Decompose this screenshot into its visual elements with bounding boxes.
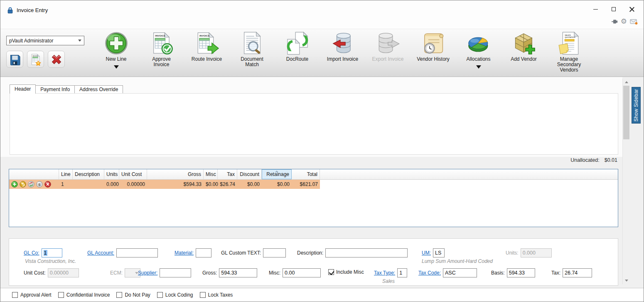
grid-header-units[interactable]: Units [104, 169, 119, 179]
add-vendor-button[interactable]: Add Vendor [501, 30, 546, 73]
grid-header-retainage[interactable]: Retainage [262, 169, 292, 179]
approve-invoice-button[interactable]: INVOICE Approve Invoice [139, 30, 184, 73]
unallocated-label: Unallocated: [570, 157, 600, 163]
tax-type-input[interactable] [397, 268, 407, 277]
lock-coding-checkbox[interactable] [157, 292, 163, 298]
grid-header-description[interactable]: Description [73, 169, 104, 179]
grid-header-line[interactable]: Line [59, 169, 73, 179]
um-link[interactable]: UM: [422, 250, 431, 256]
svg-text:INVOICE: INVOICE [199, 35, 209, 37]
route-invoice-button[interactable]: INVOICE Route Invoice [184, 30, 229, 73]
save-button[interactable] [6, 51, 23, 68]
floppy-disk-icon [9, 53, 21, 66]
tab-header[interactable]: Header [10, 84, 36, 94]
tab-payment-info[interactable]: Payment Info [36, 85, 75, 94]
tab-address-override[interactable]: Address Override [75, 85, 123, 94]
lock-taxes-label: Lock Taxes [208, 292, 233, 298]
tax-input[interactable] [563, 268, 592, 277]
detail-description-input[interactable] [325, 248, 408, 257]
supplier-input[interactable] [160, 268, 191, 277]
cell-line: 1 [59, 181, 73, 187]
grid-header-unit-cost[interactable]: Unit Cost [119, 169, 147, 179]
row-dollar-icon[interactable]: $ [36, 181, 43, 188]
maximize-icon [612, 7, 616, 11]
tax-type-link[interactable]: Tax Type: [374, 270, 395, 276]
gl-co-link[interactable]: GL Co: [24, 250, 39, 256]
grid-header-misc[interactable]: Misc [204, 169, 218, 179]
invoice-check-icon: INVOICE [150, 31, 174, 55]
gl-custom-text-input[interactable] [263, 248, 286, 257]
material-link[interactable]: Material: [175, 250, 194, 256]
new-line-button[interactable]: New Line [93, 30, 139, 73]
grid-header-tax[interactable]: Tax [218, 169, 237, 179]
scrollbar-thumb[interactable] [623, 86, 629, 139]
pin-icon[interactable] [611, 18, 618, 25]
scroll-down-arrow[interactable] [623, 277, 630, 284]
supplier-link[interactable]: Supplier: [138, 270, 157, 276]
allocations-button[interactable]: Allocations [456, 30, 501, 73]
cell-misc: $0.00 [204, 181, 218, 187]
gl-co-input[interactable]: 1 [42, 248, 62, 257]
header-tab-page [10, 93, 618, 155]
grid-header-gross[interactable]: Gross [147, 169, 204, 179]
mail-icon[interactable] [630, 18, 638, 25]
scroll-up-arrow[interactable] [623, 79, 630, 86]
material-input[interactable] [196, 248, 211, 257]
grid-header-filler [320, 169, 618, 179]
database-import-icon [331, 31, 355, 55]
svg-text:INVOICE: INVOICE [32, 55, 37, 57]
cell-discount: $0.00 [237, 181, 262, 187]
close-button[interactable] [623, 3, 641, 15]
row-add-icon[interactable] [11, 181, 18, 188]
gl-co-name-note: Vista Construction, Inc. [25, 258, 76, 264]
approval-alert-checkbox[interactable] [12, 292, 18, 298]
maximize-button[interactable] [605, 3, 623, 15]
gross-input[interactable] [219, 268, 257, 277]
triangle-up-icon [625, 81, 628, 83]
tax-code-link[interactable]: Tax Code: [418, 270, 441, 276]
um-input[interactable] [433, 248, 445, 257]
gl-account-link[interactable]: GL Account: [87, 250, 114, 256]
units-input [521, 248, 552, 257]
confidential-invoice-checkbox[interactable] [58, 292, 64, 298]
delete-invoice-button[interactable] [48, 51, 65, 68]
export-invoice-button: Export Invoice [365, 30, 410, 73]
minimize-button[interactable] [586, 3, 605, 15]
grid-header-total[interactable]: Total [292, 169, 320, 179]
user-dropdown[interactable]: pVault Administrator [6, 36, 84, 45]
gross-label: Gross: [202, 270, 217, 276]
manage-secondary-vendors-button[interactable]: SALESQUOTATION Manage Secondary Vendors [546, 30, 592, 73]
grid-row-1[interactable]: $ 1 0.000 0.00000 $594.33 $0.00 $26.74 $… [9, 180, 320, 189]
lock-taxes-checkbox[interactable] [200, 292, 206, 298]
new-invoice-button[interactable]: INVOICE [27, 51, 44, 68]
svg-text:INVOICE: INVOICE [155, 35, 165, 37]
vertical-scrollbar[interactable] [622, 79, 630, 284]
document-match-button[interactable]: Document Match [229, 30, 275, 73]
row-refresh-icon[interactable] [28, 181, 34, 188]
misc-label: Misc: [269, 270, 280, 276]
row-delete-icon[interactable] [44, 181, 51, 188]
show-sidebar-tab[interactable]: Show Sidebar [632, 87, 641, 124]
row-undo-icon[interactable] [20, 181, 26, 188]
chevron-down-icon [78, 40, 81, 42]
vendor-history-button[interactable]: Vendor History [410, 30, 456, 73]
cell-retainage: $0.00 [262, 181, 292, 187]
basis-input[interactable] [507, 268, 535, 277]
cell-unit-cost: 0.00000 [119, 181, 147, 187]
do-not-pay-checkbox[interactable] [116, 292, 122, 298]
misc-input[interactable] [283, 268, 321, 277]
gl-detail-panel: GL Co: 1 GL Account: Material: GL Custom… [9, 238, 618, 286]
tabstrip: Header Payment Info Address Override [10, 84, 123, 94]
gl-account-input[interactable] [116, 248, 158, 257]
gear-icon[interactable]: ⚙ [621, 18, 627, 25]
docroute-button[interactable]: DocRoute [275, 30, 320, 73]
invoice-arrow-icon: INVOICE [195, 31, 219, 55]
include-misc-checkbox[interactable] [328, 269, 334, 275]
new-line-dropdown-arrow[interactable] [114, 65, 119, 69]
import-invoice-button[interactable]: Import Invoice [320, 30, 365, 73]
tax-code-input[interactable] [443, 268, 477, 277]
grid-header-discount[interactable]: Discount [237, 169, 262, 179]
allocations-dropdown-arrow[interactable] [476, 65, 481, 69]
triangle-down-icon [625, 280, 628, 282]
package-plus-icon [512, 31, 536, 55]
